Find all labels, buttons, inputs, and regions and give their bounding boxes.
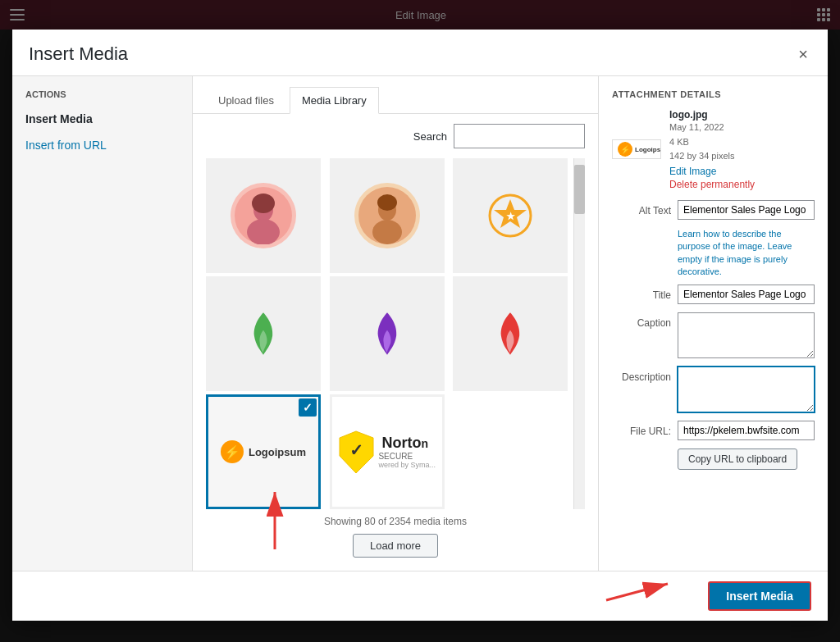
alt-text-input[interactable] (678, 200, 815, 220)
search-label: Search (413, 130, 447, 143)
media-item-norton[interactable]: ✓ Norton SECURE wered by Syma... (330, 394, 445, 509)
attachment-filename: logo.jpg (669, 109, 755, 121)
svg-point-2 (247, 219, 280, 244)
media-footer: Showing 80 of 2354 media items Load more (206, 509, 585, 561)
scrollbar-thumb (574, 165, 585, 214)
media-item[interactable]: ★ (453, 158, 568, 273)
media-item-logo-selected[interactable]: ⚡ Logoipsum ✓ (206, 394, 321, 509)
file-url-input[interactable] (678, 421, 815, 440)
file-url-label: File URL: (612, 421, 671, 437)
copy-url-button[interactable]: Copy URL to clipboard (678, 448, 797, 470)
media-item[interactable] (330, 276, 445, 391)
modal-overlay: Insert Media × Actions Insert Media Inse… (0, 0, 840, 642)
selected-checkmark: ✓ (299, 398, 317, 417)
actions-label: Actions (12, 89, 192, 106)
tab-upload-files[interactable]: Upload files (206, 87, 286, 114)
attachment-preview-row: ⚡ Logoipsum logo.jpg May 11, 2022 4 KB 1… (612, 109, 815, 190)
media-item[interactable] (330, 158, 445, 273)
attachment-details-panel: ATTACHMENT DETAILS ⚡ Logoipsum logo.jpg … (598, 76, 828, 571)
alt-text-row: Alt Text (612, 200, 815, 220)
file-url-row: File URL: (612, 421, 815, 440)
modal-footer: Insert Media (12, 571, 828, 621)
media-item[interactable] (453, 276, 568, 391)
logo-bolt-icon: ⚡ (221, 440, 244, 463)
search-input[interactable] (454, 124, 585, 148)
attachment-size: 4 KB (669, 135, 755, 150)
attachment-dimensions: 142 by 34 pixels (669, 149, 755, 164)
modal-header: Insert Media × (12, 30, 828, 76)
sidebar-item-insert-from-url[interactable]: Insert from URL (12, 132, 192, 158)
grid-scrollbar[interactable] (573, 158, 585, 509)
attachment-date: May 11, 2022 (669, 121, 755, 135)
tab-media-library[interactable]: Media Library (290, 87, 379, 114)
edit-image-link[interactable]: Edit Image (669, 166, 755, 177)
svg-line-14 (606, 584, 668, 600)
search-area: Search (206, 124, 585, 148)
description-row: Description (612, 367, 815, 412)
media-grid: ★ (206, 158, 573, 509)
modal-main: Upload files Media Library Search (193, 76, 598, 571)
svg-point-3 (252, 194, 275, 213)
modal-title: Insert Media (29, 43, 128, 75)
svg-text:★: ★ (506, 211, 515, 222)
media-item[interactable] (206, 276, 321, 391)
caption-textarea[interactable] (678, 312, 815, 358)
media-library-area: Search (193, 114, 598, 571)
svg-point-6 (372, 220, 402, 244)
modal-body: Actions Insert Media Insert from URL Upl… (12, 76, 828, 571)
thumb-bolt-icon: ⚡ (618, 142, 632, 157)
modal-close-button[interactable]: × (795, 43, 811, 66)
media-item[interactable] (206, 158, 321, 273)
insert-media-button[interactable]: Insert Media (708, 581, 811, 611)
caption-row: Caption (612, 312, 815, 358)
attachment-details-title: ATTACHMENT DETAILS (612, 89, 815, 99)
modal-sidebar: Actions Insert Media Insert from URL (12, 76, 193, 571)
description-textarea[interactable] (678, 367, 815, 412)
title-row: Title (612, 285, 815, 304)
alt-text-label: Alt Text (612, 200, 671, 216)
tabs-bar: Upload files Media Library (193, 76, 598, 114)
caption-label: Caption (612, 312, 671, 329)
showing-count: Showing 80 of 2354 media items (206, 516, 585, 527)
description-label: Description (612, 367, 671, 383)
title-input[interactable] (678, 285, 815, 304)
attachment-thumbnail: ⚡ Logoipsum (612, 139, 661, 159)
grid-scroll-container: ★ (206, 158, 585, 509)
title-label: Title (612, 285, 671, 301)
alt-text-help: Learn how to describe the purpose of the… (678, 228, 815, 279)
insert-media-modal: Insert Media × Actions Insert Media Inse… (12, 30, 828, 621)
load-more-button[interactable]: Load more (353, 534, 438, 558)
attachment-info: logo.jpg May 11, 2022 4 KB 142 by 34 pix… (669, 109, 755, 190)
delete-permanently-link[interactable]: Delete permanently (669, 179, 755, 190)
svg-point-7 (377, 194, 397, 211)
sidebar-item-insert-media[interactable]: Insert Media (12, 106, 192, 132)
svg-text:✓: ✓ (349, 441, 363, 459)
